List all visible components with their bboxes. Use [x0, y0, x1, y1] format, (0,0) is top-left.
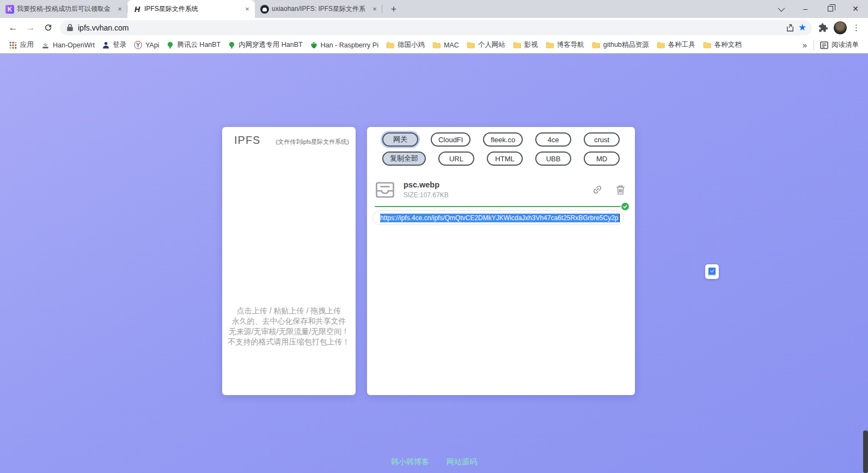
bookmark-label: 腾讯云 HanBT: [177, 40, 221, 50]
reading-list-button[interactable]: 阅读清单: [816, 39, 863, 51]
yapi-icon: [134, 41, 142, 49]
bookmark-folder-germany[interactable]: 德国小鸡: [382, 39, 429, 51]
tab-ipfs-active[interactable]: H IPFS星际文件系统 ×: [127, 0, 255, 18]
bookmark-folder-blog-nav[interactable]: 博客导航: [542, 39, 588, 51]
bookmark-login[interactable]: 登录: [99, 39, 130, 51]
forward-button[interactable]: →: [23, 20, 38, 35]
bookmark-folder-movies[interactable]: 影视: [509, 39, 542, 51]
minimize-button[interactable]: –: [793, 0, 818, 17]
file-tray-icon: [375, 181, 395, 199]
gateway-button-crust[interactable]: crust: [584, 132, 620, 147]
format-button-html[interactable]: HTML: [487, 151, 523, 166]
bookmark-label: 个人网站: [478, 40, 505, 50]
instruction-line: 不支持的格式请用压缩包打包上传！: [222, 337, 356, 347]
gateway-button-4ce[interactable]: 4ce: [535, 132, 571, 147]
format-button-ubb[interactable]: UBB: [535, 151, 571, 166]
bookmark-frp-hanbt[interactable]: 内网穿透专用 HanBT: [224, 39, 306, 51]
result-url-text[interactable]: https://ipfs.4ce.cn/ipfs/QmQtvCE2DMkYJKW…: [380, 214, 620, 222]
upload-progress-bar: [375, 206, 621, 207]
lock-icon: [66, 23, 74, 32]
tab-github-repo[interactable]: uxiaohan/IPFS: IPFS星际文件系 ×: [255, 0, 382, 18]
bookmark-label: 各种文档: [714, 40, 742, 50]
gateway-button-fleek[interactable]: fleek.co: [483, 132, 523, 147]
link-icon: [590, 182, 605, 197]
blog-link[interactable]: 韩小韩博客: [391, 457, 429, 467]
gateway-button-cloudfl[interactable]: CloudFI: [431, 132, 471, 147]
restore-icon: [828, 6, 833, 11]
upload-card: IPFS (文件传到ipfs星际文件系统) 点击上传 / 粘贴上传 / 拖拽上传…: [222, 127, 356, 395]
reload-icon: [44, 23, 53, 32]
back-button[interactable]: ←: [5, 20, 21, 35]
page-footer: 韩小韩博客 网站源码: [0, 457, 868, 467]
chevron-down-icon: [778, 4, 785, 11]
bookmark-apps[interactable]: 应用: [5, 39, 38, 51]
format-button-md[interactable]: MD: [584, 151, 620, 166]
bookmark-label: Han-OpenWrt: [53, 41, 95, 49]
close-window-button[interactable]: ✕: [843, 0, 868, 17]
format-button-url[interactable]: URL: [438, 151, 474, 166]
reading-list-label: 阅读清单: [832, 40, 859, 50]
tab-submit-page[interactable]: K 我要投稿-投稿成功后可以领取金 ×: [0, 0, 127, 18]
instruction-line: 永久的、去中心化保存和共享文件: [222, 316, 356, 326]
bookmark-folder-docs[interactable]: 各种文档: [699, 39, 745, 51]
copy-link-button[interactable]: [592, 184, 603, 195]
green-app-icon: [167, 41, 174, 49]
tab-separator: [382, 5, 382, 13]
tab-close-icon[interactable]: ×: [370, 5, 379, 14]
tab-close-icon[interactable]: ×: [243, 5, 252, 14]
bookmark-folder-mac[interactable]: MAC: [429, 40, 463, 51]
bookmark-folder-tools[interactable]: 各种工具: [653, 39, 699, 51]
bookmark-label: 各种工具: [668, 40, 695, 50]
gateway-button-gateway[interactable]: 网关: [382, 132, 418, 147]
tab-close-icon[interactable]: ×: [115, 5, 124, 14]
tab-search-button[interactable]: [768, 0, 793, 17]
bookmark-label: MAC: [444, 41, 459, 49]
github-icon: [260, 5, 269, 14]
uploaded-file-row: psc.webp SIZE:107.67KB: [367, 171, 635, 199]
translate-extension-bubble[interactable]: [705, 264, 719, 279]
profile-avatar[interactable]: [834, 21, 847, 34]
bookmark-label: 登录: [113, 40, 126, 50]
k-logo-icon: K: [5, 5, 14, 14]
browser-toolbar: ← → ipfs.vvhan.com ★ ⋮: [0, 18, 868, 37]
share-icon[interactable]: [785, 23, 795, 33]
bookmark-star-icon[interactable]: ★: [798, 22, 806, 33]
bookmark-label: 应用: [20, 40, 34, 50]
bookmarks-overflow-chevron[interactable]: »: [798, 40, 811, 50]
upload-drop-zone[interactable]: 点击上传 / 粘贴上传 / 拖拽上传 永久的、去中心化保存和共享文件 无来源/无…: [222, 152, 356, 395]
folder-icon: [513, 41, 521, 48]
result-card: 网关 CloudFI fleek.co 4ce crust 复制全部 URL H…: [367, 127, 635, 395]
folder-icon: [703, 41, 711, 48]
address-bar[interactable]: ipfs.vvhan.com ★: [60, 20, 812, 35]
page-title: IPFS: [234, 134, 260, 147]
folder-icon: [657, 41, 665, 48]
bookmark-folder-personal-sites[interactable]: 个人网站: [463, 39, 509, 51]
bookmark-label: 博客导航: [557, 40, 584, 50]
new-tab-button[interactable]: +: [387, 2, 401, 16]
bookmark-label: 德国小鸡: [398, 40, 425, 50]
extensions-puzzle-icon[interactable]: [818, 23, 828, 33]
bookmark-label: 内网穿透专用 HanBT: [239, 40, 302, 50]
copy-all-button[interactable]: 复制全部: [382, 151, 426, 166]
reload-button[interactable]: [40, 20, 56, 35]
address-url[interactable]: ipfs.vvhan.com: [78, 23, 785, 32]
upload-success-icon: [621, 203, 629, 210]
format-button-row: 复制全部 URL HTML UBB MD: [382, 151, 620, 166]
source-code-link[interactable]: 网站源码: [447, 457, 477, 467]
trash-icon: [616, 185, 625, 195]
apps-grid-icon: [9, 41, 17, 49]
bookmark-yapi[interactable]: YApi: [130, 39, 163, 51]
browser-menu-icon[interactable]: ⋮: [852, 23, 860, 33]
vvhan-h-icon: H: [133, 5, 142, 14]
page-scrollbar-thumb[interactable]: [863, 430, 868, 473]
tab-title: uxiaohan/IPFS: IPFS星际文件系: [272, 4, 368, 14]
bookmark-raspberry-pi[interactable]: Han - Raspberry Pi: [307, 40, 382, 51]
bookmark-tencent-hanbt[interactable]: 腾讯云 HanBT: [163, 39, 224, 51]
tab-strip: K 我要投稿-投稿成功后可以领取金 × H IPFS星际文件系统 × uxiao…: [0, 0, 868, 18]
folder-icon: [546, 41, 554, 48]
bookmark-folder-github-resources[interactable]: github精品资源: [588, 39, 653, 51]
result-url-field[interactable]: https://ipfs.4ce.cn/ipfs/QmQtvCE2DMkYJKW…: [372, 210, 624, 225]
delete-file-button[interactable]: [616, 185, 625, 195]
restore-button[interactable]: [818, 0, 843, 17]
bookmark-han-openwrt[interactable]: Han-OpenWrt: [38, 40, 99, 51]
